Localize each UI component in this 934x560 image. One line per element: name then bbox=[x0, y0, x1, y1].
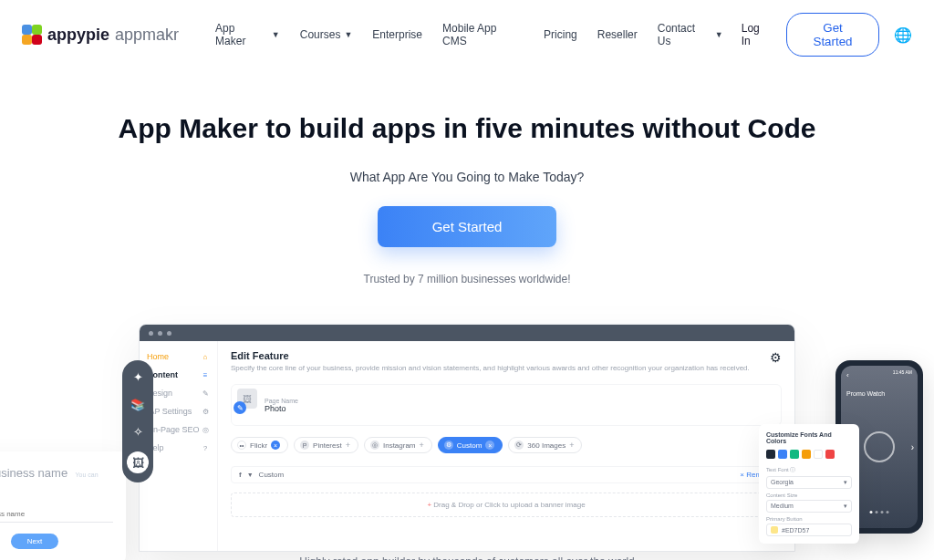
swatch[interactable] bbox=[814, 450, 823, 459]
chip-custom[interactable]: ⚙Custom× bbox=[438, 437, 503, 453]
login-link[interactable]: Log In bbox=[742, 22, 772, 47]
carousel-dots bbox=[870, 511, 889, 513]
close-icon[interactable]: × bbox=[485, 441, 494, 450]
page-name-row: 🖼 ✎ Page Name Photo bbox=[231, 384, 782, 426]
plus-icon: + bbox=[427, 501, 431, 509]
logo-text-2: appmakr bbox=[115, 26, 179, 45]
window-dot-icon bbox=[167, 331, 171, 336]
chevron-down-icon: ▾ bbox=[844, 479, 847, 486]
watch-icon bbox=[864, 431, 895, 462]
swatch[interactable] bbox=[825, 450, 835, 459]
chevron-down-icon: ▾ bbox=[844, 503, 847, 510]
swatch[interactable] bbox=[778, 450, 787, 459]
phone-title: Promo Watch bbox=[846, 390, 912, 397]
nav-mobile-cms[interactable]: Mobile App CMS bbox=[442, 22, 524, 47]
sidebar-item-content[interactable]: Content≡ bbox=[147, 370, 210, 379]
nav-courses[interactable]: Courses▼ bbox=[300, 28, 353, 41]
nav-app-maker[interactable]: App Maker▼ bbox=[215, 22, 280, 47]
business-name-input[interactable] bbox=[0, 506, 113, 523]
hero: App Maker to build apps in five minutes … bbox=[0, 69, 934, 291]
content-size-select[interactable]: Medium▾ bbox=[766, 500, 852, 513]
plus-icon[interactable]: + bbox=[420, 441, 424, 450]
sidebar-item-home[interactable]: Home⌂ bbox=[147, 352, 210, 361]
list-icon: ≡ bbox=[201, 370, 210, 379]
panel-title: Edit Feature bbox=[231, 350, 782, 361]
panel-description: Specify the core line of your business, … bbox=[231, 363, 782, 373]
sidebar-item-help[interactable]: Help? bbox=[147, 443, 210, 452]
logo[interactable]: appypie appmakr bbox=[22, 25, 179, 45]
tagline: Highly rated app builder by thousands of… bbox=[299, 555, 635, 560]
sparkle-icon[interactable]: ✧ bbox=[130, 424, 145, 439]
palette-icon: ✎ bbox=[201, 389, 210, 398]
hero-title: App Maker to build apps in five minutes … bbox=[18, 113, 916, 144]
gear-icon[interactable]: ⚙ bbox=[770, 350, 782, 365]
browser-bar bbox=[140, 325, 794, 341]
chip-flickr[interactable]: ••Flickr× bbox=[231, 437, 288, 453]
home-icon: ⌂ bbox=[201, 352, 210, 361]
swatch[interactable] bbox=[766, 450, 775, 459]
close-icon[interactable]: × bbox=[271, 441, 280, 450]
chip-pinterest[interactable]: PPinterest+ bbox=[294, 437, 358, 453]
instagram-icon: ◎ bbox=[370, 441, 379, 450]
toolbar: ✦ 📚 ✧ 🖼 bbox=[122, 360, 153, 482]
logo-text-1: appypie bbox=[47, 26, 109, 45]
chevron-down-icon[interactable]: ▼ bbox=[247, 472, 254, 478]
custom-row: f ▼ Custom × Remove bbox=[231, 466, 782, 483]
primary-button-label: Primary Button bbox=[766, 516, 852, 522]
swatch[interactable] bbox=[802, 450, 811, 459]
page-name-label: Page Name bbox=[265, 398, 298, 404]
cart-icon: ⚙ bbox=[201, 407, 210, 416]
chip-360[interactable]: ⟳360 Images+ bbox=[508, 437, 582, 453]
upload-text: Drag & Drop or Click to upload a banner … bbox=[433, 501, 585, 509]
next-button[interactable]: Next bbox=[11, 534, 58, 549]
header: appypie appmakr App Maker▼ Courses▼ Ente… bbox=[0, 0, 934, 69]
chip-instagram[interactable]: ◎Instagram+ bbox=[364, 437, 432, 453]
window-dot-icon bbox=[149, 331, 153, 336]
customize-title: Customize Fonts And Colors bbox=[766, 431, 852, 444]
text-font-label: Text Font ⓘ bbox=[766, 466, 852, 474]
flickr-icon: •• bbox=[237, 441, 246, 450]
upload-row[interactable]: + Drag & Drop or Click to upload a banne… bbox=[231, 493, 782, 517]
header-right: Log In Get Started 🌐 bbox=[742, 13, 912, 57]
sidebar-item-app-settings[interactable]: IAP Settings⚙ bbox=[147, 407, 210, 416]
facebook-icon: f bbox=[239, 471, 242, 479]
gear-icon: ⚙ bbox=[444, 441, 453, 450]
main-panel: ⚙ Edit Feature Specify the core line of … bbox=[218, 341, 794, 551]
trusted-text: Trusted by 7 million businesses worldwid… bbox=[18, 273, 916, 285]
brush-icon[interactable]: ✦ bbox=[130, 369, 145, 384]
page-name-value: Photo bbox=[265, 404, 298, 413]
business-name-title: Enter business name bbox=[0, 466, 67, 480]
custom-row-label: Custom bbox=[259, 471, 285, 479]
nav-pricing[interactable]: Pricing bbox=[544, 28, 577, 41]
nav-reseller[interactable]: Reseller bbox=[597, 28, 638, 41]
color-swatches bbox=[766, 450, 852, 459]
app-body: Home⌂ Content≡ Design✎ IAP Settings⚙ On-… bbox=[140, 341, 794, 551]
caret-down-icon: ▼ bbox=[272, 30, 280, 39]
sidebar-item-design[interactable]: Design✎ bbox=[147, 389, 210, 398]
content-size-label: Content Size bbox=[766, 493, 852, 498]
layers-icon[interactable]: 📚 bbox=[130, 397, 145, 411]
source-chips: ••Flickr× PPinterest+ ◎Instagram+ ⚙Custo… bbox=[231, 437, 782, 453]
get-started-header-button[interactable]: Get Started bbox=[786, 13, 879, 57]
swatch[interactable] bbox=[790, 450, 799, 459]
chevron-right-icon[interactable]: › bbox=[911, 442, 914, 452]
nav-contact[interactable]: Contact Us▼ bbox=[658, 22, 723, 47]
globe-icon[interactable]: 🌐 bbox=[894, 26, 912, 44]
primary-color-input[interactable]: #ED7D57 bbox=[766, 524, 852, 536]
get-started-hero-button[interactable]: Get Started bbox=[378, 206, 557, 247]
hero-subtitle: What App Are You Going to Make Today? bbox=[18, 170, 916, 184]
plus-icon[interactable]: + bbox=[346, 441, 350, 450]
caret-down-icon: ▼ bbox=[715, 30, 723, 39]
window-dot-icon bbox=[158, 331, 162, 336]
info-icon[interactable]: ⓘ bbox=[790, 467, 795, 472]
image-icon[interactable]: 🖼 bbox=[127, 451, 149, 473]
logo-icon bbox=[22, 25, 42, 45]
plus-icon[interactable]: + bbox=[569, 441, 574, 450]
color-swatch-icon bbox=[771, 526, 778, 534]
sidebar-item-seo[interactable]: On-Page SEO◎ bbox=[147, 425, 210, 434]
edit-icon[interactable]: ✎ bbox=[234, 401, 246, 414]
browser-frame: Home⌂ Content≡ Design✎ IAP Settings⚙ On-… bbox=[139, 324, 795, 552]
nav-enterprise[interactable]: Enterprise bbox=[372, 28, 422, 41]
nav: App Maker▼ Courses▼ Enterprise Mobile Ap… bbox=[215, 22, 723, 47]
text-font-select[interactable]: Georgia▾ bbox=[766, 476, 852, 489]
